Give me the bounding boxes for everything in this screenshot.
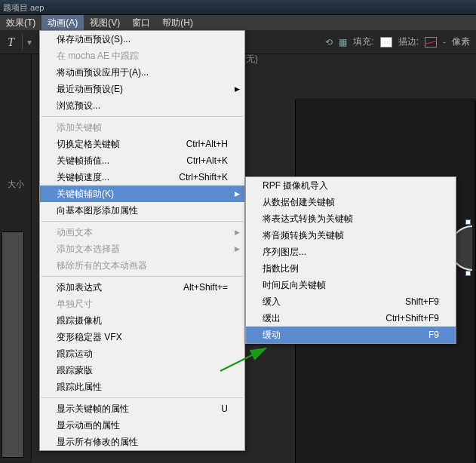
menu-item-label: 最近动画预设(E) (57, 83, 123, 96)
transform-handle[interactable] (465, 271, 471, 276)
animation-menu-item[interactable]: 添加表达式Alt+Shift+= (40, 279, 244, 296)
menu-item-label: 关键帧插值... (57, 155, 109, 167)
left-panel: 大小 (0, 54, 32, 461)
keyframe-assist-submenu: RPF 摄像机导入从数据创建关键帧将表达式转换为关键帧将音频转换为关键帧序列图层… (245, 176, 456, 344)
animation-menu-item[interactable]: 变形稳定器 VFX (40, 329, 244, 345)
menu-item-label: 关键帧辅助(K) (57, 188, 114, 201)
animation-menu-separator (41, 397, 243, 398)
animation-menu-item: 单独尺寸 (40, 296, 244, 312)
menu-item-label: 在 mocha AE 中跟踪 (57, 50, 139, 63)
menu-animation[interactable]: 动画(A) (41, 15, 84, 31)
animation-menu-item[interactable]: 浏览预设... (40, 97, 244, 114)
animation-menu-item: 添加关键帧 (40, 119, 244, 136)
menu-item-shortcut: U (206, 403, 228, 414)
menu-item-label: 添加关键帧 (57, 121, 102, 134)
keyframe-assist-item[interactable]: 缓动F9 (246, 327, 456, 343)
animation-menu-item[interactable]: 跟踪此属性 (40, 379, 244, 395)
menu-item-label: 从数据创建关键帧 (263, 196, 335, 209)
menu-item-label: 跟踪此属性 (57, 381, 102, 394)
menu-item-label: 浏览预设... (57, 100, 100, 112)
panel-block (2, 232, 24, 458)
submenu-arrow-icon: ▶ (235, 228, 240, 236)
none-indicator: (无) (243, 53, 258, 66)
keyframe-assist-item[interactable]: 序列图层... (246, 244, 456, 260)
menu-item-label: 序列图层... (263, 246, 306, 259)
animation-menu-item[interactable]: 保存动画预设(S)... (40, 31, 244, 48)
keyframe-assist-item[interactable]: 指数比例 (246, 260, 456, 277)
menu-item-label: 保存动画预设(S)... (57, 33, 131, 46)
menu-item-label: 时间反向关键帧 (263, 279, 326, 292)
animation-menu-separator (41, 221, 243, 222)
transform-handle[interactable] (465, 219, 471, 225)
menu-item-label: 添加表达式 (57, 281, 102, 294)
menu-item-label: 向基本图形添加属性 (57, 204, 138, 217)
type-tool-icon[interactable]: T (5, 34, 17, 51)
menu-item-label: 将表达式转换为关键帧 (263, 213, 353, 225)
animation-menu-item[interactable]: 显示所有修改的属性 (40, 434, 244, 450)
keyframe-assist-item[interactable]: 从数据创建关键帧 (246, 194, 456, 210)
submenu-arrow-icon: ▶ (235, 85, 240, 93)
toolbar-chevron-icon[interactable]: ▾ (27, 37, 32, 48)
animation-menu-item[interactable]: 将动画预设应用于(A)... (40, 64, 244, 81)
menu-item-shortcut: F9 (413, 330, 439, 340)
menu-item-label: 单独尺寸 (57, 298, 93, 311)
animation-menu-separator (41, 116, 243, 117)
animation-menu-item[interactable]: 跟踪摄像机 (40, 312, 244, 329)
animation-menu-item[interactable]: 跟踪运动 (40, 345, 244, 362)
animation-menu-item[interactable]: 向基本图形添加属性 (40, 202, 244, 219)
animation-menu-item: 在 mocha AE 中跟踪 (40, 48, 244, 64)
menu-item-label: 跟踪摄像机 (57, 314, 102, 327)
fill-swatch[interactable] (380, 37, 392, 48)
menu-view[interactable]: 视图(V) (84, 15, 126, 31)
keyframe-assist-item[interactable]: 时间反向关键帧 (246, 277, 456, 293)
animation-menu-item[interactable]: 显示关键帧的属性U (40, 400, 244, 417)
menu-help[interactable]: 帮助(H) (156, 15, 199, 31)
keyframe-assist-item[interactable]: 将音频转换为关键帧 (246, 227, 456, 244)
menu-item-label: 显示所有修改的属性 (57, 436, 138, 449)
animation-menu-dropdown: 保存动画预设(S)...在 mocha AE 中跟踪将动画预设应用于(A)...… (39, 30, 245, 451)
animation-menu-item[interactable]: 关键帧插值...Ctrl+Alt+K (40, 152, 244, 169)
animation-menu-item: 动画文本▶ (40, 224, 244, 241)
menu-item-label: 移除所有的文本动画器 (57, 259, 147, 272)
menu-item-label: 缓入 (263, 296, 281, 308)
menu-item-shortcut: Shift+F9 (390, 296, 439, 307)
menu-item-label: 显示动画的属性 (57, 419, 120, 432)
title-text: 题项目.aep (3, 3, 44, 12)
menu-item-label: 将动画预设应用于(A)... (57, 66, 149, 79)
keyframe-assist-item[interactable]: 缓出Ctrl+Shift+F9 (246, 310, 456, 327)
menu-item-label: 缓动 (263, 329, 281, 342)
menu-effects[interactable]: 效果(T) (0, 15, 41, 31)
animation-menu-item[interactable]: 关键帧速度...Ctrl+Shift+K (40, 169, 244, 186)
menu-item-label: 切换定格关键帧 (57, 138, 120, 151)
toolbar-divider (22, 34, 23, 51)
menu-bar: 效果(T) 动画(A) 视图(V) 窗口 帮助(H) (0, 15, 476, 30)
keyframe-assist-item[interactable]: 缓入Shift+F9 (246, 293, 456, 310)
animation-menu-item[interactable]: 显示动画的属性 (40, 417, 244, 434)
menu-item-label: 指数比例 (263, 262, 299, 275)
animation-menu-item[interactable]: 最近动画预设(E)▶ (40, 81, 244, 97)
menu-item-shortcut: Ctrl+Alt+H (171, 139, 228, 149)
keyframe-assist-item[interactable]: 将表达式转换为关键帧 (246, 210, 456, 227)
stroke-swatch[interactable] (425, 37, 437, 48)
grid-icon[interactable]: ▦ (339, 37, 347, 48)
menu-item-label: 缓出 (263, 312, 281, 325)
animation-menu-item[interactable]: 跟踪蒙版 (40, 362, 244, 379)
menu-window[interactable]: 窗口 (126, 15, 156, 31)
snap-icon[interactable]: ⟲ (325, 37, 333, 48)
menu-item-shortcut: Ctrl+Shift+F9 (370, 313, 439, 323)
animation-menu-item[interactable]: 切换定格关键帧Ctrl+Alt+H (40, 136, 244, 152)
menu-item-label: 将音频转换为关键帧 (263, 229, 344, 242)
menu-item-label: 变形稳定器 VFX (57, 331, 122, 344)
menu-item-label: 添加文本选择器 (57, 243, 120, 256)
menu-item-shortcut: Alt+Shift+= (168, 282, 228, 293)
menu-item-label: 动画文本 (57, 226, 93, 239)
menu-item-label: RPF 摄像机导入 (263, 179, 328, 192)
menu-item-shortcut: Ctrl+Alt+K (171, 155, 228, 166)
menu-item-label: 跟踪蒙版 (57, 364, 93, 377)
animation-menu-item: 移除所有的文本动画器 (40, 257, 244, 274)
animation-menu-item[interactable]: 关键帧辅助(K)▶ (40, 186, 244, 202)
menu-item-shortcut: Ctrl+Shift+K (164, 172, 228, 182)
menu-item-label: 关键帧速度... (57, 171, 109, 184)
px-label: 像素 (452, 35, 470, 48)
keyframe-assist-item[interactable]: RPF 摄像机导入 (246, 177, 456, 194)
